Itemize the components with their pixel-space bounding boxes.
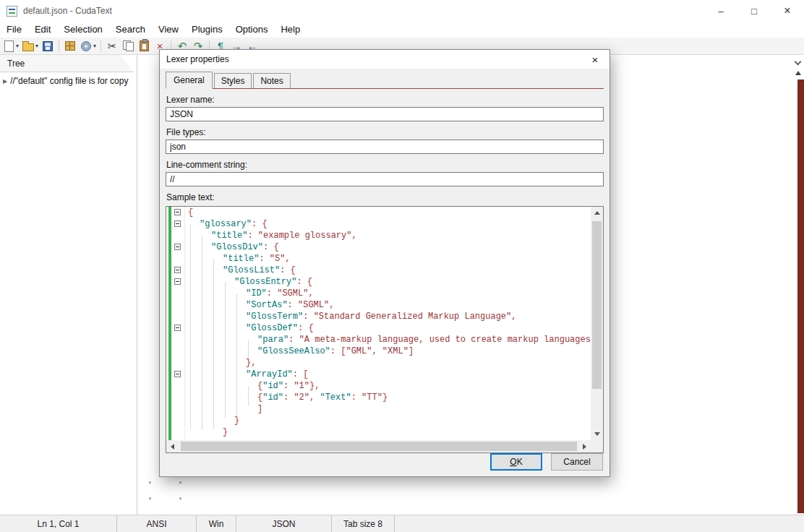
token: "id" [262, 392, 283, 403]
sample-horizontal-scrollbar[interactable] [166, 440, 591, 452]
code-line[interactable]: "GlossTerm": "Standard Generalized Marku… [185, 311, 591, 322]
gutter-cell [166, 346, 184, 357]
scroll-up-icon[interactable] [795, 71, 801, 75]
lexer-properties-dialog: Lexer properties × GeneralStylesNotes Le… [159, 49, 610, 477]
scroll-up-icon[interactable] [591, 207, 603, 219]
settings-button[interactable]: ▾ [78, 38, 98, 54]
code-line[interactable]: {"id": "2", "Text": "TT"} [185, 392, 591, 403]
tree-panel-header[interactable]: Tree [0, 55, 137, 72]
statusbar-lexer[interactable]: JSON [236, 515, 332, 532]
statusbar-tab-size[interactable]: Tab size 8 [332, 515, 395, 532]
copy-button[interactable] [120, 38, 137, 54]
token: "GML" [346, 346, 372, 356]
token: : { [298, 323, 314, 333]
menu-item-file[interactable]: File [0, 22, 28, 38]
code-line[interactable]: "glossary": { [185, 218, 591, 230]
open-file-button[interactable]: ▾ [20, 38, 40, 54]
chevron-down-icon[interactable] [795, 59, 802, 66]
dropdown-arrow-icon[interactable]: ▾ [93, 43, 96, 49]
token: : [247, 231, 257, 241]
horizontal-scroll-thumb[interactable] [181, 442, 577, 451]
statusbar-line-endings[interactable]: Win [197, 515, 236, 532]
dialog-close-button[interactable]: × [581, 50, 610, 69]
menu-item-selection[interactable]: Selection [57, 22, 108, 38]
fold-minus-icon[interactable] [174, 267, 181, 273]
close-button[interactable]: × [771, 0, 804, 22]
tab-notes[interactable]: Notes [253, 73, 290, 88]
minimize-button[interactable]: – [704, 0, 737, 22]
code-line[interactable]: } [185, 415, 591, 426]
menu-item-edit[interactable]: Edit [28, 22, 57, 38]
sample-editor-body: {"glossary": {"title": "example glossary… [166, 207, 591, 440]
gutter-cell [166, 322, 184, 334]
token: : [283, 381, 294, 391]
fold-minus-icon[interactable] [174, 371, 181, 377]
token: : [288, 300, 298, 310]
ok-button[interactable]: OK [490, 453, 542, 471]
code-line[interactable]: "title": "S", [185, 253, 591, 265]
lexer-library-button[interactable] [62, 38, 78, 54]
sample-editor-code[interactable]: {"glossary": {"title": "example glossary… [185, 207, 591, 440]
code-line[interactable]: } [185, 426, 591, 438]
code-line[interactable]: { [185, 207, 591, 218]
save-file-button[interactable] [40, 38, 56, 54]
copy-icon [123, 40, 134, 51]
dropdown-arrow-icon[interactable]: ▾ [16, 43, 19, 49]
fold-minus-icon[interactable] [174, 244, 181, 250]
gutter-dot [149, 481, 151, 484]
code-line[interactable]: "GlossEntry": { [185, 276, 591, 288]
sample-editor[interactable]: {"glossary": {"title": "example glossary… [166, 206, 604, 453]
tab-general[interactable]: General [166, 72, 213, 89]
code-line[interactable]: "SortAs": "SGML", [185, 299, 591, 311]
code-line[interactable]: "GlossList": { [185, 265, 591, 276]
toolbar-separator [59, 40, 59, 52]
tree-item[interactable]: ▶ //"default" config file is for copy [0, 72, 137, 86]
scroll-left-icon[interactable] [166, 440, 179, 452]
gutter-cell [166, 299, 184, 311]
token: "ArrayId" [246, 369, 293, 379]
menu-item-options[interactable]: Options [229, 22, 275, 38]
token: : { [280, 265, 296, 275]
menu-item-search[interactable]: Search [109, 22, 152, 38]
line-comment-input[interactable] [166, 172, 604, 186]
dropdown-arrow-icon[interactable]: ▾ [35, 43, 38, 49]
scroll-right-icon[interactable] [578, 440, 591, 452]
code-line[interactable]: "title": "example glossary", [185, 230, 591, 241]
fold-minus-icon[interactable] [174, 220, 181, 227]
code-line[interactable]: ] [185, 403, 591, 415]
menu-item-plugins[interactable]: Plugins [185, 22, 229, 38]
menu-item-view[interactable]: View [152, 22, 185, 38]
code-line[interactable]: "GlossDef": { [185, 322, 591, 334]
code-line[interactable]: "GlossSeeAlso": ["GML", "XML"] [185, 346, 591, 357]
cancel-button[interactable]: Cancel [551, 453, 603, 471]
fold-minus-icon[interactable] [174, 325, 181, 331]
code-line[interactable]: "GlossDiv": { [185, 241, 591, 253]
statusbar-caret-position[interactable]: Ln 1, Col 1 [0, 515, 117, 532]
right-scroll-rail[interactable] [792, 58, 804, 515]
code-line[interactable]: "ArrayId": [ [185, 369, 591, 380]
fold-minus-icon[interactable] [174, 209, 181, 215]
fold-minus-icon[interactable] [174, 278, 181, 285]
maximize-button[interactable]: □ [737, 0, 771, 22]
vertical-scroll-thumb[interactable] [592, 221, 602, 389]
lexer-name-input[interactable] [166, 107, 604, 121]
new-file-button[interactable]: ▾ [1, 38, 20, 54]
code-line[interactable]: "ID": "SGML", [185, 288, 591, 299]
micromap[interactable] [797, 80, 804, 513]
file-types-input[interactable] [166, 140, 604, 154]
paste-button[interactable] [137, 38, 152, 54]
code-line[interactable]: "para": "A meta-markup language, used to… [185, 334, 591, 346]
main-editor-text[interactable]: //Command "Reload": if caret on last lin… [202, 481, 647, 515]
statusbar-encoding[interactable]: ANSI [117, 515, 197, 532]
cut-button[interactable]: ✂ [104, 38, 120, 54]
gutter-cell [166, 334, 184, 346]
sample-vertical-scrollbar[interactable] [591, 207, 603, 440]
tab-styles[interactable]: Styles [214, 73, 252, 88]
code-line[interactable]: }, [185, 357, 591, 369]
gutter-cell [166, 276, 184, 288]
code-line[interactable]: {"id": "1"}, [185, 380, 591, 392]
menu-item-help[interactable]: Help [274, 22, 307, 38]
scroll-down-icon[interactable] [591, 428, 603, 440]
token: : [351, 392, 362, 403]
gutter-cell [166, 415, 184, 426]
